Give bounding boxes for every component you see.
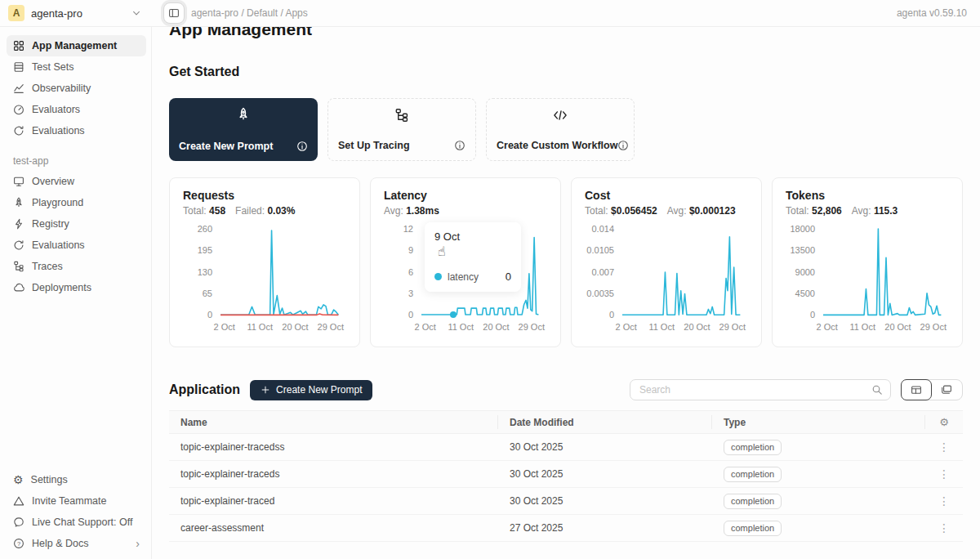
chat-bubble-icon: [13, 517, 24, 528]
sidebar-item-label: Registry: [32, 218, 69, 230]
card-view-button[interactable]: [931, 380, 962, 400]
workspace-name: agenta-pro: [31, 7, 124, 20]
metric-card-latency: LatencyAvg: 1.38ms1296309 Oct☝latency02 …: [370, 177, 561, 347]
sidebar-item-traces[interactable]: Traces: [7, 256, 146, 277]
kebab-menu-icon[interactable]: ⋮: [935, 467, 953, 481]
chart-plot[interactable]: [823, 229, 949, 315]
line-chart: [220, 229, 346, 315]
series-requests: [220, 230, 338, 315]
create-new-prompt-card[interactable]: Create New Prompt: [169, 98, 318, 161]
test-sets-icon: [13, 61, 24, 73]
top-bar: A agenta-pro agenta-pro / Default / Apps…: [0, 0, 980, 27]
line-chart: [823, 229, 949, 315]
set-up-tracing-card[interactable]: Set Up Tracing: [327, 98, 476, 161]
kebab-menu-icon[interactable]: ⋮: [935, 494, 953, 508]
sidebar-item-test-sets[interactable]: Test Sets: [7, 56, 146, 78]
kebab-menu-icon[interactable]: ⋮: [935, 440, 953, 454]
sidebar-item-label: Evaluations: [32, 239, 85, 251]
sidebar-item-settings[interactable]: ⚙Settings: [7, 469, 146, 490]
sidebar-item-label: App Management: [32, 40, 117, 51]
app-version: agenta v0.59.10: [897, 7, 980, 19]
create-button-label: Create New Prompt: [276, 384, 362, 396]
chart-plot[interactable]: [622, 229, 748, 315]
sidebar-item-observability[interactable]: Observability: [7, 78, 146, 99]
type-badge: completion: [724, 521, 782, 536]
sidebar-item-live-chat-support-off[interactable]: Live Chat Support: Off: [7, 512, 146, 533]
gear-icon: ⚙: [939, 417, 949, 427]
app-date-modified: 30 Oct 2025: [498, 441, 712, 453]
observability-chart-icon: [13, 83, 24, 94]
get-started-cards: Create New Prompt Set Up Tracing Create …: [169, 98, 963, 161]
chart-tooltip: 9 Oct☝latency0: [425, 222, 521, 292]
rocket-icon: [179, 107, 308, 122]
sidebar-item-registry[interactable]: Registry: [7, 213, 146, 235]
app-name: topic-explainer-traced: [169, 495, 498, 507]
app-name: topic-explainer-tracedss: [169, 441, 498, 453]
sidebar-app-list: OverviewPlaygroundRegistryEvaluationsTra…: [7, 171, 146, 298]
sidebar-item-help-docs[interactable]: ?Help & Docs›: [7, 533, 146, 554]
rocket-icon: [13, 197, 24, 208]
metric-title: Requests: [183, 189, 346, 202]
y-axis-labels: 0.0140.01050.0070.00350: [585, 225, 622, 320]
view-toggle: [901, 379, 963, 400]
sidebar-collapse-icon: [168, 7, 180, 19]
create-custom-workflow-card[interactable]: Create Custom Workflow: [486, 98, 635, 161]
metric-stats: Total: $0.056452Avg: $0.000123: [585, 205, 748, 217]
search-input[interactable]: [638, 383, 866, 396]
app-name: career-assessment: [169, 522, 498, 534]
evaluations-refresh-icon: [13, 125, 24, 136]
monitor-icon: [13, 176, 24, 187]
create-new-prompt-button[interactable]: Create New Prompt: [250, 380, 372, 400]
table-view-button[interactable]: [901, 379, 932, 400]
y-axis-labels: 260195130650: [183, 225, 220, 320]
breadcrumb: agenta-pro / Default / Apps: [191, 7, 308, 19]
trace-tree-icon: [338, 108, 466, 123]
sidebar-item-label: Observability: [32, 83, 91, 94]
search-icon[interactable]: [871, 384, 883, 396]
sidebar-item-playground[interactable]: Playground: [7, 192, 146, 213]
sidebar-app-section-label: test-app: [13, 155, 146, 167]
table-row[interactable]: career-assessment27 Oct 2025completion⋮: [169, 515, 963, 542]
sidebar-item-label: Evaluations: [32, 125, 85, 136]
sidebar-item-app-management[interactable]: App Management: [7, 35, 146, 56]
workspace-switcher[interactable]: A agenta-pro: [0, 5, 152, 21]
chart-plot[interactable]: [220, 229, 346, 315]
column-header-settings[interactable]: ⚙: [925, 415, 963, 429]
x-axis-labels: 2 Oct11 Oct20 Oct29 Oct: [622, 322, 748, 333]
sidebar-item-overview[interactable]: Overview: [7, 171, 146, 192]
chevron-right-icon: ›: [136, 537, 140, 550]
sidebar-item-deployments[interactable]: Deployments: [7, 277, 146, 298]
info-icon[interactable]: [296, 141, 308, 152]
sidebar-item-evaluations[interactable]: Evaluations: [7, 120, 146, 141]
table-row[interactable]: topic-explainer-tracedss30 Oct 2025compl…: [169, 434, 963, 461]
table-row[interactable]: topic-explainer-traced30 Oct 2025complet…: [169, 488, 963, 515]
chart-plot[interactable]: 9 Oct☝latency0: [421, 229, 547, 315]
workspace-avatar: A: [8, 5, 24, 21]
metric-stat: Total: 458: [183, 205, 225, 217]
sidebar-item-label: Traces: [32, 261, 63, 272]
info-icon[interactable]: [617, 140, 629, 151]
x-axis-labels: 2 Oct11 Oct20 Oct29 Oct: [220, 322, 346, 333]
table-body: topic-explainer-tracedss30 Oct 2025compl…: [169, 434, 963, 542]
type-badge: completion: [724, 494, 782, 509]
sidebar-item-evaluators[interactable]: Evaluators: [7, 99, 146, 120]
metrics-cards-row: RequestsTotal: 458Failed: 0.03%260195130…: [169, 177, 963, 347]
kebab-menu-icon[interactable]: ⋮: [935, 521, 953, 534]
hover-point-dot: [450, 311, 457, 318]
sidebar-item-label: Deployments: [32, 282, 91, 293]
column-header-date-modified[interactable]: Date Modified: [498, 415, 712, 429]
card-label: Create Custom Workflow: [497, 140, 617, 151]
info-icon[interactable]: [454, 140, 466, 151]
metric-stat: Total: $0.056452: [585, 205, 657, 217]
tooltip-value: 0: [506, 271, 511, 283]
table-row[interactable]: topic-explainer-traceds30 Oct 2025comple…: [169, 461, 963, 488]
sidebar-collapse-button[interactable]: [163, 2, 185, 24]
sidebar-item-label: Playground: [32, 197, 83, 208]
sidebar-item-evaluations[interactable]: Evaluations: [7, 235, 146, 256]
sidebar-item-label: Test Sets: [32, 61, 74, 73]
sidebar-item-invite-teammate[interactable]: Invite Teammate: [7, 490, 146, 512]
column-header-name[interactable]: Name: [169, 415, 498, 429]
y-axis-labels: 1800013500900045000: [786, 225, 823, 320]
column-header-type[interactable]: Type: [712, 415, 925, 429]
trace-tree-icon: [13, 261, 24, 272]
